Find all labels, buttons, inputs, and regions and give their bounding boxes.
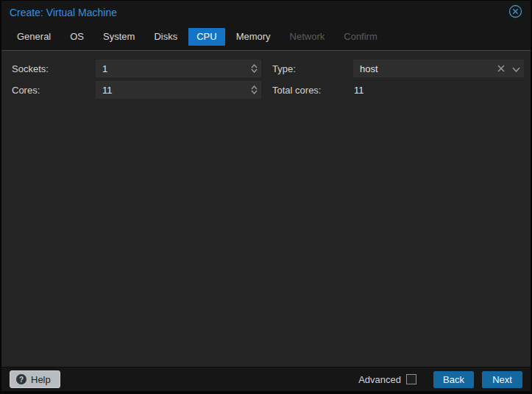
tab-memory[interactable]: Memory <box>228 28 279 46</box>
tab-disks[interactable]: Disks <box>146 28 185 46</box>
help-button[interactable]: ? Help <box>10 370 60 388</box>
tab-confirm: Confirm <box>336 28 386 46</box>
close-icon <box>508 4 522 21</box>
next-button[interactable]: Next <box>482 371 522 388</box>
chevron-down-icon <box>512 63 520 74</box>
spinner-down-icon <box>251 68 258 73</box>
dialog-titlebar: Create: Virtual Machine <box>1 1 531 24</box>
total-cores-label: Total cores: <box>272 85 353 96</box>
sockets-label: Sockets: <box>12 63 96 74</box>
back-button[interactable]: Back <box>433 371 474 388</box>
advanced-checkbox[interactable] <box>406 374 416 384</box>
cores-spinner <box>96 81 261 99</box>
cores-input[interactable] <box>96 82 247 98</box>
question-circle-icon: ? <box>16 374 26 384</box>
type-input[interactable] <box>354 60 494 77</box>
tab-network: Network <box>282 28 333 46</box>
sockets-spin-buttons[interactable] <box>247 60 260 77</box>
dialog-title: Create: Virtual Machine <box>10 7 508 18</box>
type-label: Type: <box>272 63 353 74</box>
help-button-label: Help <box>31 374 51 385</box>
tab-cpu[interactable]: CPU <box>188 28 224 46</box>
wizard-tabbar: General OS System Disks CPU Memory Netwo… <box>1 24 531 50</box>
total-cores-value: 11 <box>353 85 524 96</box>
x-clear-icon <box>497 63 505 74</box>
type-dropdown-trigger[interactable] <box>508 60 523 77</box>
tab-os[interactable]: OS <box>62 28 92 46</box>
type-clear-button[interactable] <box>494 60 508 77</box>
sockets-spinner <box>96 60 261 77</box>
spinner-down-icon <box>251 90 258 94</box>
tab-system[interactable]: System <box>95 28 143 46</box>
create-vm-dialog: Create: Virtual Machine General OS Syste… <box>0 0 532 394</box>
advanced-label: Advanced <box>358 374 401 385</box>
close-button[interactable] <box>508 5 522 20</box>
type-combobox <box>353 60 524 77</box>
cores-spin-buttons[interactable] <box>247 82 260 98</box>
cpu-form-panel: Sockets: Type: <box>1 50 531 367</box>
cores-label: Cores: <box>12 85 96 96</box>
dialog-footer: ? Help Advanced Back Next <box>1 367 531 391</box>
tab-general[interactable]: General <box>9 28 59 46</box>
sockets-input[interactable] <box>96 60 247 77</box>
